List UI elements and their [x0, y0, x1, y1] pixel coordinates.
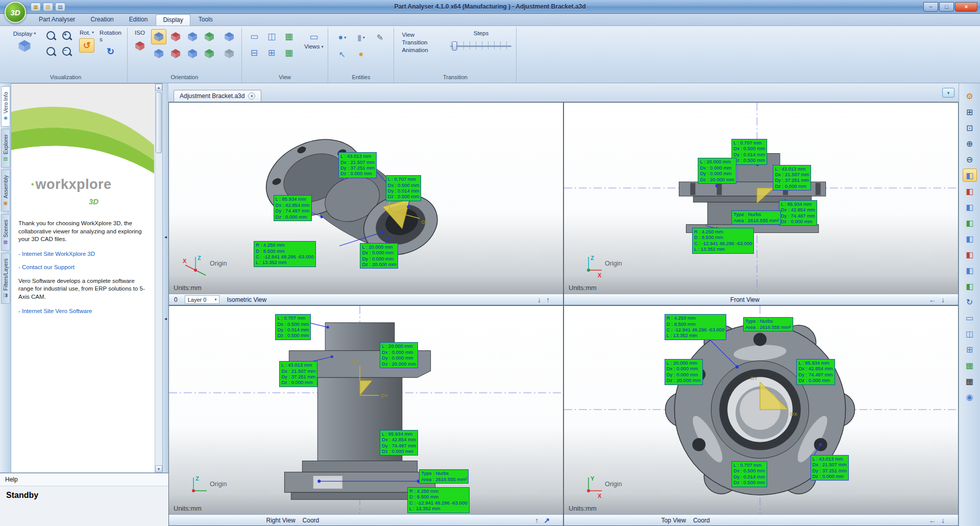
- measurement-label[interactable]: L : 0.707 mm Dx : 0.500 mm Dy : 0.014 mm…: [731, 461, 767, 487]
- sidebar-tab[interactable]: ▦ Scenes: [1, 214, 10, 251]
- scroll-down-arrow-icon[interactable]: ▼: [155, 465, 162, 472]
- settings-gear-icon[interactable]: ⚙: [963, 89, 977, 103]
- rotations-button[interactable]: Rotation s: [99, 29, 122, 43]
- entity-display-icon[interactable]: ●▾: [333, 29, 351, 45]
- zoom-in-icon[interactable]: +: [61, 30, 74, 43]
- measurement-label[interactable]: Type : Nurbs Area : 2616.555 mm²: [743, 317, 793, 331]
- measurement-label[interactable]: L : 20.000 mm Dx : 0.000 mm Dy : 0.000 m…: [698, 158, 736, 184]
- slider-thumb[interactable]: [452, 41, 457, 51]
- maximize-button[interactable]: □: [939, 2, 954, 12]
- four-views-icon[interactable]: ⊞: [264, 45, 279, 60]
- iso-back-view-icon[interactable]: [151, 46, 166, 61]
- dynamic-rotation-cube-icon[interactable]: [222, 29, 237, 44]
- panel-scrollbar[interactable]: ▲ ▼: [155, 84, 162, 472]
- panel-splitter[interactable]: ◂ ◂: [162, 83, 168, 472]
- measurement-label[interactable]: L : 43.013 mm Dx : 21.507 mm Dy : 37.251…: [811, 455, 849, 481]
- front-view-cube-icon[interactable]: ◧: [963, 184, 977, 198]
- dynamic-rotation-icon[interactable]: ↻: [963, 295, 977, 308]
- back-view-icon[interactable]: [168, 29, 183, 44]
- measurement-label[interactable]: Type : Nurbs Area : 2616.555 mm²: [419, 469, 469, 484]
- rot-button[interactable]: Rot.▾: [79, 29, 95, 37]
- rotation-target-icon[interactable]: ↺: [79, 38, 94, 53]
- view-nav-next[interactable]: ↗: [544, 516, 550, 524]
- ribbon-tab[interactable]: Edition: [122, 14, 155, 26]
- entity-sphere-icon[interactable]: ●: [352, 46, 370, 62]
- entity-arrow-icon[interactable]: ↖: [333, 46, 351, 62]
- display-button[interactable]: Display▾: [9, 29, 40, 53]
- measurement-label[interactable]: L : 43.013 mm Dx : 21.507 mm Dy : 37.251…: [773, 165, 811, 191]
- view-nav-previous[interactable]: ←: [929, 296, 936, 304]
- measurement-label[interactable]: L : 85.934 mm Dx : 42.854 mm Dy : 74.487…: [796, 359, 835, 385]
- top-view-canvas[interactable]: OY OX Type : Nurbs: [564, 306, 958, 514]
- measurement-label[interactable]: R : 4.250 mm D : 8.500 mm C : -12.941 48…: [407, 487, 470, 513]
- document-tab[interactable]: Adjustment Bracket.a3d ✕: [174, 90, 261, 102]
- layer-selector[interactable]: Layer 0▾: [185, 295, 220, 304]
- measurement-label[interactable]: L : 43.013 mm Dx : 21.507 mm Dy : 37.251…: [338, 152, 377, 178]
- measurement-label[interactable]: R : 4.250 mm D : 8.500 mm C : -12.941 48…: [254, 241, 316, 267]
- open-folder-icon[interactable]: ▨: [43, 3, 53, 11]
- measurement-label[interactable]: L : 0.707 mm Dx : 0.500 mm Dy : 0.014 mm…: [731, 139, 767, 165]
- views-table-layout-icon[interactable]: ▦: [963, 358, 977, 372]
- zoom-out-icon[interactable]: −: [61, 46, 74, 59]
- entity-cylinder-icon[interactable]: ▮▾: [352, 29, 370, 45]
- view-nav-previous[interactable]: ↑: [535, 516, 538, 524]
- iso-view-cube-icon[interactable]: ◧: [963, 169, 977, 182]
- front-view-icon[interactable]: [168, 46, 183, 61]
- view-nav-previous[interactable]: ←: [929, 516, 936, 524]
- measurement-label[interactable]: L : 85.934 mm Dx : 42.854 mm Dy : 74.487…: [274, 195, 312, 221]
- left-view-icon[interactable]: [185, 29, 200, 44]
- sidebar-tab[interactable]: ◧ Filters/Layers: [1, 253, 10, 304]
- views-table-icon[interactable]: ▦: [281, 29, 297, 43]
- four-views-layout-icon[interactable]: ⊞: [963, 343, 977, 356]
- iso-cube-icon[interactable]: [132, 38, 148, 54]
- align-face-cube-icon[interactable]: [222, 46, 237, 61]
- section-sphere-icon[interactable]: ◉: [963, 390, 977, 403]
- right-view-canvas[interactable]: OZ OY L : 0.707 mm: [169, 306, 563, 514]
- isometric-view-canvas[interactable]: OZ OY L : 43.013 m: [169, 103, 563, 294]
- close-button[interactable]: ×: [955, 2, 977, 12]
- app-logo-3d-icon[interactable]: 3D: [5, 2, 26, 23]
- save-icon[interactable]: ▤: [55, 3, 65, 11]
- iso-zoom-view-icon[interactable]: [151, 29, 166, 44]
- tab-bar-collapse-button[interactable]: ▾: [942, 88, 954, 98]
- coord-button[interactable]: Coord: [303, 517, 320, 524]
- sidebar-tab[interactable]: ▣ Assembly: [1, 170, 10, 212]
- view-transition-animation-button[interactable]: View Transition Animation: [399, 29, 439, 56]
- measurement-label[interactable]: L : 85.934 mm Dx : 42.854 mm Dy : 74.487…: [779, 200, 817, 226]
- color-settings-icon[interactable]: ▦: [31, 3, 41, 11]
- one-view-layout-icon[interactable]: ▭: [963, 311, 977, 324]
- top-view-cube-icon[interactable]: ◧: [963, 232, 977, 245]
- measurement-label[interactable]: L : 0.707 mm Dx : 0.500 mm Dy : 0.014 mm…: [275, 314, 311, 340]
- view-nav-next[interactable]: ↓: [941, 516, 945, 524]
- zoom-window-icon[interactable]: [45, 46, 58, 59]
- bottom-view-icon[interactable]: [202, 46, 217, 61]
- measurement-label[interactable]: L : 20.000 mm Dx : 0.000 mm Dy : 0.000 m…: [380, 342, 418, 368]
- left-view-cube-icon[interactable]: ◧: [963, 200, 977, 213]
- view-nav-previous[interactable]: ↓: [537, 296, 541, 304]
- sidebar-tab[interactable]: ▤ Explorer: [1, 129, 10, 168]
- zoom-in-icon[interactable]: ⊕: [963, 137, 977, 150]
- measurement-label[interactable]: R : 4.250 mm D : 8.500 mm C : -12.941 48…: [692, 228, 754, 254]
- tab-close-icon[interactable]: ✕: [248, 92, 255, 100]
- two-views-horizontal-icon[interactable]: ⊟: [247, 45, 262, 60]
- back-view-cube-icon[interactable]: ◧: [963, 264, 977, 277]
- one-view-layout-icon[interactable]: ▭: [247, 29, 262, 43]
- view-nav-next[interactable]: ↑: [546, 296, 550, 304]
- view-nav-next[interactable]: ↓: [941, 296, 945, 304]
- hatch-grid-icon[interactable]: ▦: [963, 374, 977, 388]
- minimize-button[interactable]: −: [923, 2, 938, 12]
- ribbon-tab[interactable]: Creation: [83, 14, 120, 26]
- measurement-label[interactable]: R : 4.250 mm D : 8.500 mm C : -12.941 48…: [665, 314, 727, 340]
- zoom-window-icon[interactable]: ⊡: [963, 121, 977, 134]
- views-list-icon[interactable]: ▦: [281, 45, 297, 60]
- zoom-out-icon[interactable]: ⊖: [963, 153, 977, 166]
- measurement-label[interactable]: Type : Nurbs Area : 2616.555 mm²: [731, 210, 781, 225]
- rotate-view-cube-icon[interactable]: ◧: [963, 279, 977, 293]
- ribbon-tab[interactable]: Part Analyser: [32, 14, 82, 26]
- sidebar-tab[interactable]: ◉ Vero Info: [1, 86, 10, 127]
- top-view-icon[interactable]: [185, 46, 200, 61]
- rotations-icon[interactable]: ↻: [103, 44, 118, 59]
- views-button[interactable]: ▭ Views▾: [304, 29, 323, 50]
- measurement-label[interactable]: L : 20.000 mm Dx : 0.000 mm Dy : 0.000 m…: [360, 243, 398, 269]
- steps-slider[interactable]: [450, 40, 511, 52]
